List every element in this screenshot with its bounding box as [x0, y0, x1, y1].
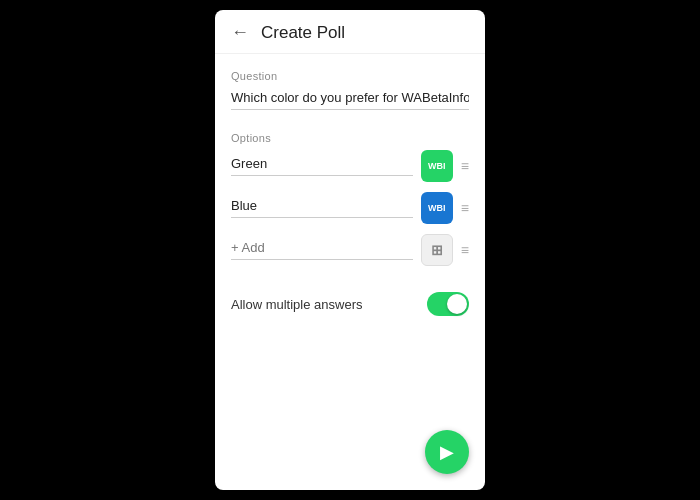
question-label: Question	[231, 70, 469, 82]
add-option-input[interactable]	[231, 240, 413, 260]
send-fab[interactable]: ▶	[425, 430, 469, 474]
header: ← Create Poll	[215, 10, 485, 54]
option-row-1: WBI ≡	[231, 150, 469, 182]
multiple-answers-row: Allow multiple answers	[231, 282, 469, 316]
options-section: Options WBI ≡ WBI ≡ ⊞	[231, 132, 469, 266]
create-poll-panel: ← Create Poll Question Options WBI ≡ WBI	[215, 10, 485, 490]
option-input-1[interactable]	[231, 156, 413, 176]
option-input-2[interactable]	[231, 198, 413, 218]
send-icon: ▶	[440, 441, 454, 463]
add-option-row: ⊞ ≡	[231, 234, 469, 266]
page-title: Create Poll	[261, 23, 345, 43]
multiple-answers-toggle[interactable]	[427, 292, 469, 316]
question-input[interactable]	[231, 90, 469, 110]
toggle-label: Allow multiple answers	[231, 297, 363, 312]
option-badge-2: WBI	[421, 192, 453, 224]
add-option-icon-box: ⊞	[421, 234, 453, 266]
toggle-knob	[447, 294, 467, 314]
drag-handle-1[interactable]: ≡	[461, 158, 469, 174]
image-icon: ⊞	[431, 242, 443, 258]
options-label: Options	[231, 132, 469, 144]
option-badge-1: WBI	[421, 150, 453, 182]
drag-handle-add: ≡	[461, 242, 469, 258]
back-button[interactable]: ←	[231, 22, 249, 43]
content-area: Question Options WBI ≡ WBI ≡	[215, 54, 485, 490]
drag-handle-2[interactable]: ≡	[461, 200, 469, 216]
option-row-2: WBI ≡	[231, 192, 469, 224]
